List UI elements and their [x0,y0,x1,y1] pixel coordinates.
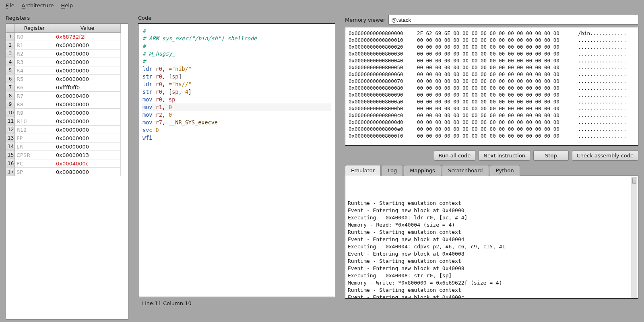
register-row[interactable]: 7R60xffff0ff0 [6,83,128,92]
code-editor[interactable]: ## ARM sys_exec("/bin/sh") shellcode## @… [138,23,335,297]
memory-address-input[interactable] [388,15,638,25]
check-assembly-button[interactable]: Check assembly code [572,151,638,161]
code-status-line: Line:11 Column:10 [138,297,335,306]
memory-line: 0x000000000080003000 00 00 00 00 00 00 0… [349,50,635,57]
log-line: Runtime - Starting emulation context [348,200,636,207]
stop-button[interactable]: Stop [533,151,569,161]
register-index: 4 [6,58,15,66]
memory-line: 0x000000000080009000 00 00 00 00 00 00 0… [349,91,635,98]
register-index: 11 [6,117,15,126]
code-line[interactable]: mov r1, 0 [142,103,331,111]
code-line[interactable]: # ARM sys_exec("/bin/sh") shellcode [142,35,331,42]
memory-line: 0x00000000008000d000 00 00 00 00 00 00 0… [349,119,635,126]
register-row[interactable]: 15CPSR0x00000013 [6,151,128,159]
log-line: Event - Entering new block at 0x40008 [348,265,636,272]
tab-log[interactable]: Log [382,165,403,176]
registers-table: Register Value 1R00x68732f2f2R10x0000000… [6,23,128,320]
code-line[interactable]: str r0, [sp, 4] [142,88,331,96]
menu-help[interactable]: Help [61,2,73,8]
memory-line: 0x00000000008000c000 00 00 00 00 00 00 0… [349,112,635,119]
log-line: Event - Entering new block at 0x4000c [348,294,636,299]
register-value: 0x00000013 [54,151,121,159]
register-value: 0x00000000 [54,126,121,134]
register-index: 2 [6,41,15,50]
menubar: File Architecture Help [0,0,644,11]
register-name: R10 [15,117,54,126]
register-row[interactable]: 9R80x00000000 [6,100,128,109]
tab-mappings[interactable]: Mappings [404,165,441,176]
log-line: Event - Entering new block at 0x40008 [348,250,636,258]
emulator-log[interactable]: Runtime - Starting emulation contextEven… [345,176,638,299]
menu-file[interactable]: File [6,2,14,8]
memory-line: 0x00000000008000002F 62 69 6E 00 00 00 0… [349,30,635,37]
register-name: CPSR [15,151,54,159]
memory-line: 0x00000000008000a000 00 00 00 00 00 00 0… [349,98,635,105]
register-index: 10 [6,109,15,117]
register-value: 0x0004000c [54,159,121,168]
log-tabs: EmulatorLogMappingsScratchboardPython [345,165,638,176]
tab-python[interactable]: Python [490,165,520,176]
code-line[interactable]: # @_hugsy_ [142,50,331,58]
register-row[interactable]: 16PC0x0004000c [6,159,128,168]
run-all-button[interactable]: Run all code [434,151,476,161]
reg-header-value[interactable]: Value [54,24,121,33]
log-line: Executing - 0x40004: cdpvs p2, #6, c6, c… [348,243,636,250]
register-value: 0x00000000 [54,66,121,75]
register-row[interactable]: 1R00x68732f2f [6,33,128,41]
register-row[interactable]: 17SP0x00800000 [6,168,128,176]
register-name: R5 [15,75,54,83]
log-line: Runtime - Starting emulation context [348,229,636,236]
code-label: Code [138,15,335,21]
register-name: R6 [15,83,54,92]
register-name: R4 [15,66,54,75]
right-panel: Memory viewer 0x00000000008000002F 62 69… [345,15,638,320]
memory-line: 0x000000000080002000 00 00 00 00 00 00 0… [349,43,635,50]
register-row[interactable]: 11R100x00000000 [6,117,128,126]
code-line[interactable]: mov r0, sp [142,96,331,103]
code-line[interactable]: # [142,42,331,50]
register-row[interactable]: 5R40x00000000 [6,66,128,75]
code-line[interactable]: # [142,58,331,65]
log-scroll-thumb[interactable] [632,178,636,184]
register-row[interactable]: 12R120x00000000 [6,126,128,134]
register-row[interactable]: 14LR0x00000000 [6,142,128,151]
tab-scratchboard[interactable]: Scratchboard [442,165,489,176]
code-line[interactable]: mov r7, __NR_SYS_execve [142,119,331,126]
code-line[interactable]: # [142,27,331,35]
code-line[interactable]: ldr r0, ="hs//" [142,80,331,88]
memory-viewer[interactable]: 0x00000000008000002F 62 69 6E 00 00 00 0… [345,27,638,146]
code-line[interactable]: wfi [142,134,331,142]
register-value: 0x00000000 [54,58,121,66]
register-row[interactable]: 2R10x00000000 [6,41,128,50]
tab-emulator[interactable]: Emulator [345,165,381,176]
register-row[interactable]: 8R70x00000400 [6,92,128,100]
register-index: 7 [6,83,15,92]
code-line[interactable]: str r0, [sp] [142,73,331,80]
register-name: R8 [15,100,54,109]
next-instruction-button[interactable]: Next instruction [479,151,530,161]
reg-header-index [6,24,15,33]
code-line[interactable]: mov r2, 0 [142,111,331,119]
menu-architecture[interactable]: Architecture [22,2,54,8]
register-index: 1 [6,33,15,41]
register-index: 15 [6,151,15,159]
reg-header-name[interactable]: Register [15,24,54,33]
register-index: 17 [6,168,15,176]
register-row[interactable]: 4R30x00000000 [6,58,128,66]
register-name: SP [15,168,54,176]
register-row[interactable]: 6R50x00000000 [6,75,128,83]
register-name: R0 [15,33,54,41]
log-line: Runtime - Starting emulation context [348,258,636,265]
code-line[interactable]: svc 0 [142,126,331,134]
code-panel: Code ## ARM sys_exec("/bin/sh") shellcod… [138,15,335,320]
log-line: Event - Entering new block at 0x40000 [348,207,636,214]
register-index: 14 [6,142,15,151]
register-index: 6 [6,75,15,83]
register-value: 0x00000000 [54,41,121,50]
log-scrollbar[interactable] [632,177,637,297]
code-line[interactable]: ldr r0, ="nib/" [142,65,331,73]
register-value: 0x00000000 [54,50,121,58]
register-row[interactable]: 13FP0x00000000 [6,134,128,142]
register-row[interactable]: 3R20x00000000 [6,50,128,58]
register-row[interactable]: 10R90x00000000 [6,109,128,117]
